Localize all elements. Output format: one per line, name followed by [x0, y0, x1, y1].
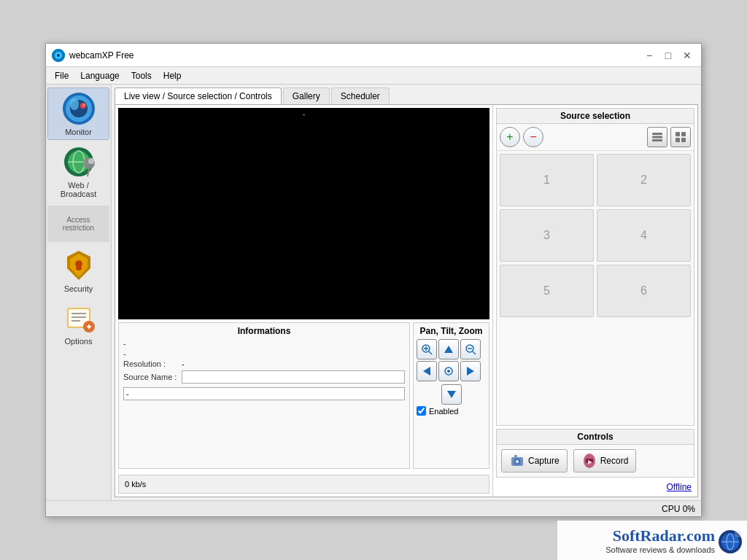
- ptz-down-button[interactable]: [441, 384, 462, 405]
- svg-rect-46: [676, 138, 680, 142]
- capture-label: Capture: [528, 456, 560, 466]
- ptz-enabled-label: Enabled: [429, 407, 458, 416]
- controls-section: Controls Capture: [496, 429, 694, 478]
- left-panel: - Informations - - Resolution : -: [115, 105, 493, 497]
- watermark-sub: Software reviews & downloads: [605, 545, 715, 554]
- ptz-right-button[interactable]: [460, 361, 481, 381]
- svg-point-2: [57, 54, 60, 57]
- remove-source-button[interactable]: −: [523, 127, 543, 147]
- svg-line-29: [429, 351, 432, 354]
- main-window: webcamXP Free − □ ✕ File Language Tools …: [45, 43, 702, 517]
- resolution-row: Resolution : -: [123, 359, 405, 368]
- sidebar-access-restriction: Access restriction: [47, 206, 109, 242]
- svg-marker-39: [467, 367, 474, 376]
- sidebar: Monitor Web / Broadcast: [46, 85, 112, 500]
- controls-title: Controls: [497, 429, 694, 445]
- ptz-zoom-out-button[interactable]: [460, 339, 481, 359]
- source-view-list-button[interactable]: [647, 127, 667, 147]
- menu-bar: File Language Tools Help: [46, 67, 701, 85]
- web-broadcast-label: Web / Broadcast: [49, 181, 108, 198]
- record-label: Record: [600, 456, 629, 466]
- main-body: Monitor Web / Broadcast: [46, 85, 701, 500]
- source-name-label: Source Name :: [123, 373, 182, 381]
- svg-line-34: [473, 351, 476, 354]
- source-cell-6[interactable]: 6: [597, 265, 691, 317]
- source-cell-1[interactable]: 1: [500, 154, 594, 206]
- source-view-grid-button[interactable]: [670, 127, 691, 147]
- video-label: -: [303, 109, 306, 118]
- menu-language[interactable]: Language: [74, 69, 125, 82]
- options-icon: [61, 300, 96, 335]
- capture-icon: [509, 453, 525, 469]
- right-panel: Source selection + −: [493, 105, 697, 497]
- source-selection-section: Source selection + −: [496, 108, 694, 426]
- window-title: webcamXP Free: [69, 50, 641, 61]
- svg-point-38: [447, 370, 450, 373]
- source-name-row: Source Name :: [123, 370, 405, 384]
- bandwidth-value: 0 kb/s: [125, 480, 146, 489]
- resolution-label: Resolution :: [123, 359, 182, 368]
- source-cell-4[interactable]: 4: [597, 209, 691, 262]
- add-source-button[interactable]: +: [500, 127, 520, 147]
- source-cell-3[interactable]: 3: [500, 209, 594, 262]
- source-cell-2[interactable]: 2: [597, 154, 691, 206]
- window-controls: − □ ✕: [641, 48, 695, 63]
- info-line2: -: [123, 349, 405, 358]
- record-icon: [581, 453, 597, 469]
- security-icon: [61, 248, 96, 283]
- ptz-left-button[interactable]: [417, 361, 437, 381]
- panel-container: - Informations - - Resolution : -: [115, 104, 698, 497]
- svg-rect-42: [652, 136, 662, 139]
- sidebar-item-web-broadcast[interactable]: Web / Broadcast: [47, 141, 109, 201]
- sidebar-item-monitor[interactable]: Monitor: [47, 88, 109, 140]
- svg-point-19: [76, 266, 82, 271]
- svg-point-14: [88, 158, 94, 164]
- ptz-down-row: [417, 384, 486, 405]
- web-broadcast-icon: [61, 144, 96, 179]
- ptz-grid: [417, 339, 486, 381]
- minimize-button[interactable]: −: [641, 48, 657, 63]
- source-cell-5[interactable]: 5: [500, 265, 594, 317]
- svg-rect-44: [676, 132, 680, 136]
- controls-toolbar: Capture Record: [497, 445, 694, 477]
- tab-live-view[interactable]: Live view / Source selection / Controls: [115, 88, 282, 104]
- bandwidth-status: 0 kb/s: [118, 475, 489, 494]
- maximize-button[interactable]: □: [660, 48, 676, 63]
- ptz-enabled-row: Enabled: [417, 406, 486, 416]
- menu-tools[interactable]: Tools: [125, 69, 158, 82]
- source-toolbar: + −: [497, 124, 694, 151]
- ptz-enabled-checkbox[interactable]: [417, 406, 426, 416]
- options-label: Options: [65, 337, 93, 346]
- restriction-text: Access restriction: [47, 213, 109, 235]
- svg-rect-47: [681, 138, 686, 142]
- tab-gallery[interactable]: Gallery: [283, 88, 330, 104]
- record-button[interactable]: Record: [573, 449, 637, 472]
- content-area: Live view / Source selection / Controls …: [112, 85, 701, 500]
- menu-file[interactable]: File: [49, 69, 74, 82]
- info-panel-title: Informations: [123, 326, 405, 336]
- source-selection-title: Source selection: [497, 109, 694, 124]
- close-button[interactable]: ✕: [679, 48, 695, 63]
- svg-rect-41: [652, 133, 662, 135]
- ptz-center-button[interactable]: [438, 361, 459, 381]
- svg-rect-43: [652, 139, 662, 141]
- source-name-input[interactable]: [182, 370, 405, 384]
- sidebar-item-options[interactable]: Options: [47, 298, 109, 349]
- tab-bar: Live view / Source selection / Controls …: [115, 88, 698, 104]
- sidebar-item-security[interactable]: Security: [47, 245, 109, 296]
- title-bar: webcamXP Free − □ ✕: [46, 44, 701, 67]
- ptz-up-button[interactable]: [438, 339, 459, 359]
- resolution-value: -: [182, 359, 185, 368]
- svg-point-6: [70, 98, 79, 110]
- tab-scheduler[interactable]: Scheduler: [331, 88, 390, 104]
- info-ptz-row: Informations - - Resolution : - Source N…: [118, 322, 489, 469]
- offline-link[interactable]: Offline: [667, 482, 692, 492]
- offline-status-row: Offline: [496, 481, 694, 494]
- ptz-title: Pan, Tilt, Zoom: [417, 326, 486, 336]
- ptz-zoom-in-button[interactable]: [417, 339, 437, 359]
- svg-rect-51: [514, 455, 517, 457]
- menu-help[interactable]: Help: [158, 69, 187, 82]
- info-line1: -: [123, 339, 405, 348]
- capture-button[interactable]: Capture: [501, 449, 568, 472]
- info-extra-input[interactable]: [123, 387, 405, 400]
